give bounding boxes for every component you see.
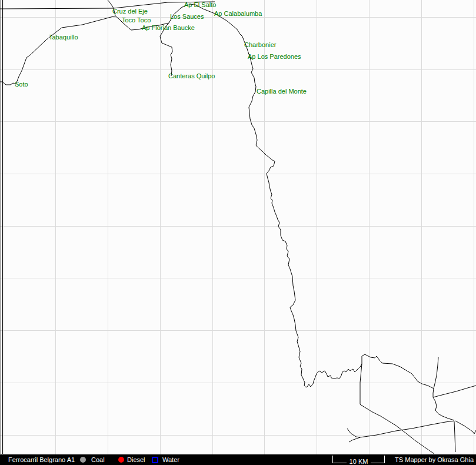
map-scale-bar: 10 KM: [332, 456, 385, 463]
legend-coal-label: Coal: [91, 454, 105, 465]
station-label-canteras-quilpo: Canteras Quilpo: [168, 73, 215, 79]
coal-marker-icon: [80, 457, 86, 463]
status-bar: Ferrocarril Belgrano A1 Coal Diesel Wate…: [0, 454, 476, 465]
railway-line-long-diagonal: [349, 421, 454, 442]
railway-line-main-line: [115, 4, 362, 387]
water-marker-icon: [152, 457, 158, 463]
station-label-ap-calabalumba: Ap Calabalumba: [214, 11, 262, 17]
credit-label: TS Mapper by Okrasa Ghia: [395, 454, 474, 465]
railway-line-south-of-junction-a: [454, 421, 455, 452]
railway-line-south-from-junction: [360, 364, 434, 454]
ts-mapper-window: Cruz del EjeToco TocoAp El SaltoLos Sauc…: [0, 0, 476, 465]
railway-map-svg: [0, 0, 476, 454]
diesel-marker-icon: [118, 457, 124, 463]
railway-line-east-edge-diagonal: [433, 386, 476, 397]
station-label-ap-los-paredones: Ap Los Paredones: [248, 54, 301, 60]
railway-line-junction-to-east: [362, 354, 434, 388]
railway-line-southeast-hairpin: [455, 421, 476, 434]
route-map-canvas[interactable]: Cruz del EjeToco TocoAp El SaltoLos Sauc…: [0, 0, 476, 454]
station-label-los-sauces: Los Sauces: [170, 14, 204, 20]
railway-line-northeast-line: [433, 357, 454, 420]
station-label-cruz-del-eje: Cruz del Eje: [112, 8, 148, 15]
station-label-capilla-del-monte: Capilla del Monte: [257, 88, 307, 95]
station-label-soto: Soto: [15, 81, 28, 88]
station-label-toco-toco: Toco Toco: [122, 17, 151, 24]
railway-line-diagonal-stub: [347, 429, 360, 437]
station-label-charbonier: Charbonier: [244, 42, 276, 48]
station-label-ap-el-salto: Ap El Salto: [184, 2, 216, 8]
map-scale-label: 10 KM: [347, 458, 371, 465]
legend-diesel-label: Diesel: [127, 454, 145, 465]
railway-line-soto-branch: [0, 16, 115, 85]
station-label-ap-florian-baucke: Ap Florian Baucke: [142, 25, 195, 31]
legend-water-label: Water: [162, 454, 179, 465]
route-name-label: Ferrocarril Belgrano A1: [8, 454, 75, 465]
station-label-tabaquillo: Tabaquillo: [49, 34, 78, 41]
